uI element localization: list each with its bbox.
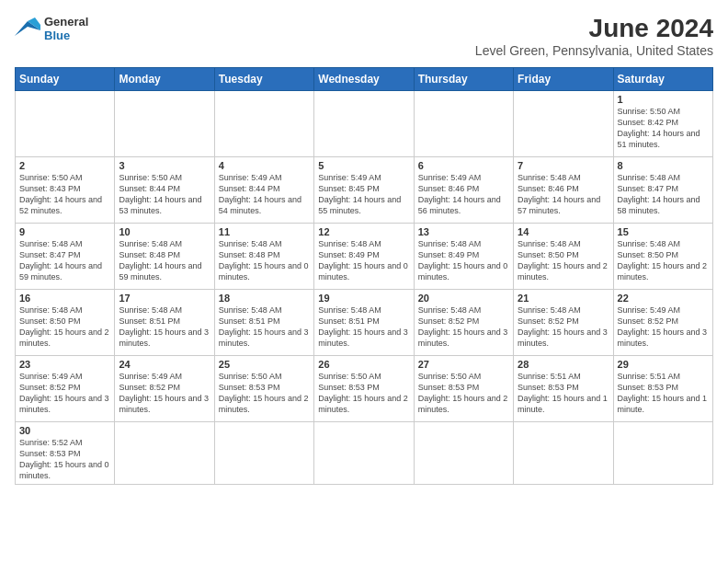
header-sunday: Sunday [16, 67, 115, 90]
day-number: 18 [219, 293, 310, 304]
day-number: 5 [318, 160, 409, 171]
table-row [414, 421, 513, 485]
weekday-header-row: Sunday Monday Tuesday Wednesday Thursday… [16, 67, 713, 90]
table-row: 17Sunrise: 5:48 AM Sunset: 8:51 PM Dayli… [115, 289, 214, 355]
day-info: Sunrise: 5:51 AM Sunset: 8:53 PM Dayligh… [518, 371, 609, 416]
day-info: Sunrise: 5:48 AM Sunset: 8:46 PM Dayligh… [518, 172, 609, 217]
table-row: 1Sunrise: 5:50 AM Sunset: 8:42 PM Daylig… [613, 90, 712, 156]
title-block: June 2024 Level Green, Pennsylvania, Uni… [475, 15, 713, 58]
table-row: 22Sunrise: 5:49 AM Sunset: 8:52 PM Dayli… [613, 289, 712, 355]
table-row: 27Sunrise: 5:50 AM Sunset: 8:53 PM Dayli… [414, 355, 513, 421]
table-row: 4Sunrise: 5:49 AM Sunset: 8:44 PM Daylig… [214, 156, 313, 223]
logo: General Blue [15, 15, 88, 42]
calendar-week-row: 9Sunrise: 5:48 AM Sunset: 8:47 PM Daylig… [16, 223, 713, 289]
table-row: 29Sunrise: 5:51 AM Sunset: 8:53 PM Dayli… [613, 355, 712, 421]
day-info: Sunrise: 5:48 AM Sunset: 8:51 PM Dayligh… [318, 304, 409, 350]
day-info: Sunrise: 5:49 AM Sunset: 8:45 PM Dayligh… [318, 172, 409, 217]
day-number: 26 [318, 359, 409, 370]
table-row [214, 421, 313, 485]
calendar-week-row: 16Sunrise: 5:48 AM Sunset: 8:50 PM Dayli… [16, 289, 713, 355]
calendar-week-row: 2Sunrise: 5:50 AM Sunset: 8:43 PM Daylig… [16, 156, 713, 223]
day-number: 12 [318, 226, 409, 237]
day-info: Sunrise: 5:49 AM Sunset: 8:46 PM Dayligh… [418, 172, 509, 217]
header-wednesday: Wednesday [314, 67, 414, 90]
day-number: 24 [119, 359, 210, 370]
day-info: Sunrise: 5:48 AM Sunset: 8:49 PM Dayligh… [318, 238, 409, 283]
table-row [613, 421, 712, 485]
day-info: Sunrise: 5:50 AM Sunset: 8:43 PM Dayligh… [19, 172, 110, 217]
day-info: Sunrise: 5:49 AM Sunset: 8:52 PM Dayligh… [119, 371, 210, 416]
calendar-week-row: 23Sunrise: 5:49 AM Sunset: 8:52 PM Dayli… [16, 355, 713, 421]
day-info: Sunrise: 5:50 AM Sunset: 8:53 PM Dayligh… [318, 371, 409, 416]
day-info: Sunrise: 5:49 AM Sunset: 8:52 PM Dayligh… [19, 371, 110, 416]
table-row: 20Sunrise: 5:48 AM Sunset: 8:52 PM Dayli… [414, 289, 513, 355]
day-info: Sunrise: 5:48 AM Sunset: 8:48 PM Dayligh… [219, 238, 310, 283]
day-info: Sunrise: 5:50 AM Sunset: 8:53 PM Dayligh… [418, 371, 509, 416]
table-row: 3Sunrise: 5:50 AM Sunset: 8:44 PM Daylig… [115, 156, 214, 223]
day-number: 21 [518, 293, 609, 304]
table-row: 21Sunrise: 5:48 AM Sunset: 8:52 PM Dayli… [514, 289, 613, 355]
header-saturday: Saturday [613, 67, 712, 90]
day-number: 27 [418, 359, 509, 370]
calendar-title: June 2024 [475, 15, 713, 43]
day-info: Sunrise: 5:48 AM Sunset: 8:50 PM Dayligh… [19, 304, 110, 350]
table-row [514, 90, 613, 156]
day-info: Sunrise: 5:49 AM Sunset: 8:52 PM Dayligh… [618, 304, 709, 350]
table-row: 16Sunrise: 5:48 AM Sunset: 8:50 PM Dayli… [16, 289, 115, 355]
table-row: 12Sunrise: 5:48 AM Sunset: 8:49 PM Dayli… [314, 223, 414, 289]
table-row: 28Sunrise: 5:51 AM Sunset: 8:53 PM Dayli… [514, 355, 613, 421]
table-row: 11Sunrise: 5:48 AM Sunset: 8:48 PM Dayli… [214, 223, 313, 289]
day-number: 7 [518, 160, 609, 171]
day-info: Sunrise: 5:48 AM Sunset: 8:51 PM Dayligh… [219, 304, 310, 350]
day-number: 16 [19, 293, 110, 304]
table-row: 25Sunrise: 5:50 AM Sunset: 8:53 PM Dayli… [214, 355, 313, 421]
day-number: 30 [19, 425, 110, 436]
table-row: 30Sunrise: 5:52 AM Sunset: 8:53 PM Dayli… [16, 421, 115, 485]
day-info: Sunrise: 5:48 AM Sunset: 8:48 PM Dayligh… [119, 238, 210, 283]
table-row [514, 421, 613, 485]
table-row: 24Sunrise: 5:49 AM Sunset: 8:52 PM Dayli… [115, 355, 214, 421]
day-number: 28 [518, 359, 609, 370]
day-info: Sunrise: 5:48 AM Sunset: 8:50 PM Dayligh… [518, 238, 609, 283]
table-row [314, 421, 414, 485]
day-info: Sunrise: 5:49 AM Sunset: 8:44 PM Dayligh… [219, 172, 310, 217]
day-number: 2 [19, 160, 110, 171]
table-row: 7Sunrise: 5:48 AM Sunset: 8:46 PM Daylig… [514, 156, 613, 223]
table-row [16, 90, 115, 156]
logo-general: General [44, 15, 88, 29]
table-row: 2Sunrise: 5:50 AM Sunset: 8:43 PM Daylig… [16, 156, 115, 223]
day-number: 3 [119, 160, 210, 171]
calendar-week-row: 1Sunrise: 5:50 AM Sunset: 8:42 PM Daylig… [16, 90, 713, 156]
day-number: 9 [19, 226, 110, 237]
calendar-week-row: 30Sunrise: 5:52 AM Sunset: 8:53 PM Dayli… [16, 421, 713, 485]
header-monday: Monday [115, 67, 214, 90]
table-row: 18Sunrise: 5:48 AM Sunset: 8:51 PM Dayli… [214, 289, 313, 355]
day-number: 1 [618, 94, 709, 105]
day-info: Sunrise: 5:52 AM Sunset: 8:53 PM Dayligh… [19, 437, 110, 482]
page-header: General Blue June 2024 Level Green, Penn… [15, 15, 713, 58]
table-row: 6Sunrise: 5:49 AM Sunset: 8:46 PM Daylig… [414, 156, 513, 223]
day-info: Sunrise: 5:50 AM Sunset: 8:44 PM Dayligh… [119, 172, 210, 217]
day-number: 14 [518, 226, 609, 237]
table-row: 13Sunrise: 5:48 AM Sunset: 8:49 PM Dayli… [414, 223, 513, 289]
table-row: 14Sunrise: 5:48 AM Sunset: 8:50 PM Dayli… [514, 223, 613, 289]
table-row [115, 90, 214, 156]
header-thursday: Thursday [414, 67, 513, 90]
calendar-table: Sunday Monday Tuesday Wednesday Thursday… [15, 67, 713, 486]
day-number: 6 [418, 160, 509, 171]
table-row [214, 90, 313, 156]
table-row: 23Sunrise: 5:49 AM Sunset: 8:52 PM Dayli… [16, 355, 115, 421]
table-row: 15Sunrise: 5:48 AM Sunset: 8:50 PM Dayli… [613, 223, 712, 289]
day-info: Sunrise: 5:48 AM Sunset: 8:52 PM Dayligh… [518, 304, 609, 350]
table-row: 26Sunrise: 5:50 AM Sunset: 8:53 PM Dayli… [314, 355, 414, 421]
table-row: 9Sunrise: 5:48 AM Sunset: 8:47 PM Daylig… [16, 223, 115, 289]
day-info: Sunrise: 5:48 AM Sunset: 8:50 PM Dayligh… [618, 238, 709, 283]
header-tuesday: Tuesday [214, 67, 313, 90]
day-info: Sunrise: 5:51 AM Sunset: 8:53 PM Dayligh… [618, 371, 709, 416]
day-number: 19 [318, 293, 409, 304]
table-row: 10Sunrise: 5:48 AM Sunset: 8:48 PM Dayli… [115, 223, 214, 289]
table-row [314, 90, 414, 156]
table-row: 19Sunrise: 5:48 AM Sunset: 8:51 PM Dayli… [314, 289, 414, 355]
day-number: 20 [418, 293, 509, 304]
day-number: 11 [219, 226, 310, 237]
